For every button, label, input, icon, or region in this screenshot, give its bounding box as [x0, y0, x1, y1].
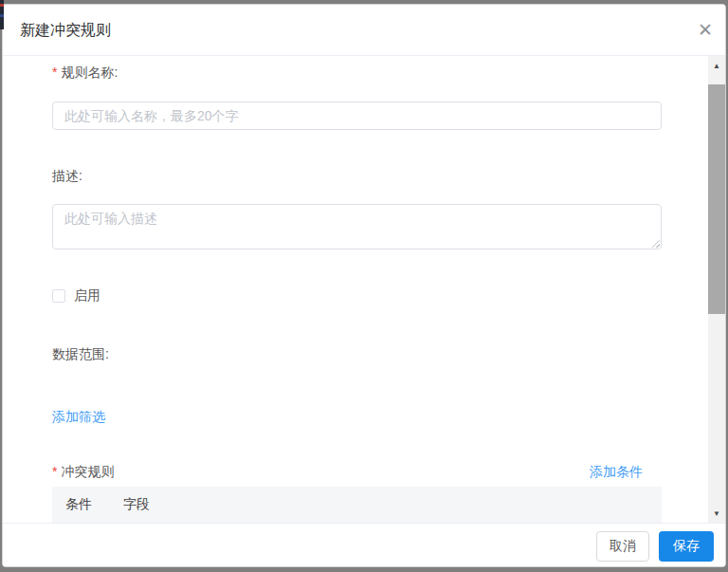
conflict-rule-label: *冲突规则	[52, 462, 114, 481]
add-condition-link[interactable]: 添加条件	[590, 462, 643, 481]
vertical-scrollbar[interactable]: ▲ ▼	[708, 56, 725, 523]
rule-name-label: *规则名称:	[52, 63, 118, 82]
page-edge-artifact	[0, 0, 4, 29]
required-asterisk: *	[52, 65, 57, 80]
close-icon[interactable]: ✕	[692, 16, 719, 43]
add-filter-link[interactable]: 添加筛选	[52, 407, 105, 426]
field-column-header: 字段	[123, 496, 150, 513]
required-asterisk: *	[52, 464, 57, 479]
enable-checkbox-label[interactable]: 启用	[74, 287, 100, 304]
new-conflict-rule-dialog: 新建冲突规则 ✕ *规则名称: 描述: 启用 数据范围: 添加筛选 *冲突规则 …	[2, 4, 726, 567]
condition-column-header: 条件	[65, 496, 92, 513]
scroll-down-arrow-icon[interactable]: ▼	[708, 504, 725, 523]
rule-name-input[interactable]	[52, 101, 662, 130]
dialog-footer: 取消 保存	[3, 523, 725, 567]
dialog-header: 新建冲突规则 ✕	[3, 5, 725, 55]
dialog-title: 新建冲突规则	[20, 20, 111, 41]
scroll-up-arrow-icon[interactable]: ▲	[708, 56, 725, 75]
conflict-rule-label-text: 冲突规则	[61, 464, 114, 479]
dialog-body: *规则名称: 描述: 启用 数据范围: 添加筛选 *冲突规则 添加条件 条件 字…	[3, 56, 708, 523]
description-label: 描述:	[52, 166, 82, 185]
description-textarea[interactable]	[52, 204, 662, 249]
screenshot-frame: 新建冲突规则 ✕ *规则名称: 描述: 启用 数据范围: 添加筛选 *冲突规则 …	[0, 0, 728, 572]
cancel-button[interactable]: 取消	[596, 531, 649, 562]
scrollbar-thumb[interactable]	[708, 84, 725, 314]
rule-name-label-text: 规则名称:	[61, 65, 118, 80]
enable-row: 启用	[52, 286, 100, 305]
save-button[interactable]: 保存	[659, 531, 714, 562]
condition-table-header: 条件 字段	[52, 487, 662, 523]
data-scope-label: 数据范围:	[52, 344, 109, 363]
enable-checkbox[interactable]	[52, 289, 65, 303]
